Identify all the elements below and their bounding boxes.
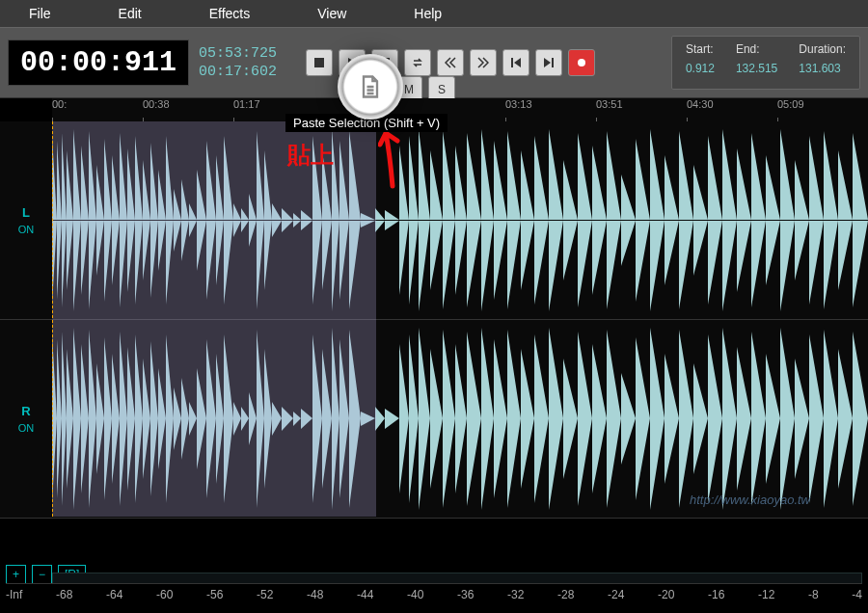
time-main: 00:00:911	[8, 40, 189, 86]
channel-l[interactable]: L	[22, 205, 30, 220]
document-icon	[357, 73, 384, 100]
db-tick: -48	[307, 588, 323, 609]
menu-file[interactable]: File	[29, 6, 51, 21]
tracks-area: LON RON ↑+ ↓+ http://www.xiaoyao.tw	[0, 121, 868, 546]
track-right: RON	[0, 320, 868, 519]
time-a: 05:53:725	[199, 44, 277, 64]
ruler-tick: 03:13	[505, 98, 596, 121]
loop-button[interactable]	[404, 49, 431, 76]
paste-button-highlight[interactable]	[338, 54, 403, 120]
paste-annotation: 貼上	[287, 140, 334, 171]
db-tick: -4	[852, 588, 862, 609]
db-tick: -60	[156, 588, 173, 609]
channel-l-on[interactable]: ON	[18, 224, 35, 235]
db-tick: -40	[407, 588, 423, 609]
record-button[interactable]	[568, 49, 595, 76]
start-label: Start:	[686, 42, 715, 56]
menu-view[interactable]: View	[317, 6, 346, 21]
menu-effects[interactable]: Effects	[209, 6, 251, 21]
db-tick: -8	[808, 588, 819, 609]
menu-edit[interactable]: Edit	[119, 6, 142, 21]
waveform-right[interactable]	[52, 320, 868, 518]
svg-rect-0	[314, 58, 324, 67]
db-scale: -Inf -68 -64 -60 -56 -52 -48 -44 -40 -36…	[6, 583, 862, 609]
db-tick: -44	[357, 588, 373, 609]
waveform-left[interactable]	[52, 121, 868, 319]
db-tick: -68	[56, 588, 72, 609]
db-tick: -12	[758, 588, 774, 609]
db-tick: -28	[557, 588, 574, 609]
arrow-annotation	[378, 123, 417, 191]
db-tick: -24	[608, 588, 624, 609]
watermark: http://www.xiaoyao.tw	[690, 493, 810, 507]
db-tick: -52	[257, 588, 273, 609]
start-value: 0.912	[686, 62, 715, 75]
channel-r-on[interactable]: ON	[18, 422, 35, 434]
ruler-tick: 00:38	[143, 98, 233, 121]
duration-label: Duration:	[799, 42, 846, 56]
stop-button[interactable]	[306, 49, 333, 76]
svg-point-5	[578, 59, 585, 67]
svg-rect-4	[552, 58, 554, 67]
channel-r[interactable]: R	[21, 404, 30, 418]
rewind-button[interactable]	[437, 49, 464, 76]
db-tick: -Inf	[6, 588, 22, 609]
time-b: 00:17:602	[199, 63, 277, 82]
svg-rect-6	[52, 121, 868, 319]
end-label: End:	[736, 42, 777, 56]
forward-button[interactable]	[470, 49, 497, 76]
db-tick: -20	[658, 588, 674, 609]
end-value: 132.515	[736, 62, 777, 75]
zoom-in[interactable]: +	[6, 565, 26, 584]
svg-rect-3	[511, 58, 513, 67]
ruler-tick: 00:	[52, 98, 143, 121]
db-tick: -36	[457, 588, 474, 609]
selection-info: Start:0.912 End:132.515 Duration:131.603	[671, 36, 860, 90]
duration-value: 131.603	[799, 62, 846, 75]
time-ruler[interactable]: 00: 00:38 01:17 03:13 03:51 04:30 05:09	[52, 98, 868, 121]
ruler-tick: 03:51	[596, 98, 687, 121]
db-tick: -56	[206, 588, 223, 609]
prev-button[interactable]	[502, 49, 529, 76]
menu-help[interactable]: Help	[414, 6, 442, 21]
zoom-out[interactable]: −	[32, 565, 52, 584]
ruler-tick: 05:09	[777, 98, 868, 121]
db-tick: -32	[507, 588, 524, 609]
db-tick: -16	[708, 588, 724, 609]
db-tick: -64	[106, 588, 122, 609]
ruler-tick: 04:30	[687, 98, 777, 121]
next-button[interactable]	[535, 49, 562, 76]
track-left: LON	[0, 121, 868, 320]
